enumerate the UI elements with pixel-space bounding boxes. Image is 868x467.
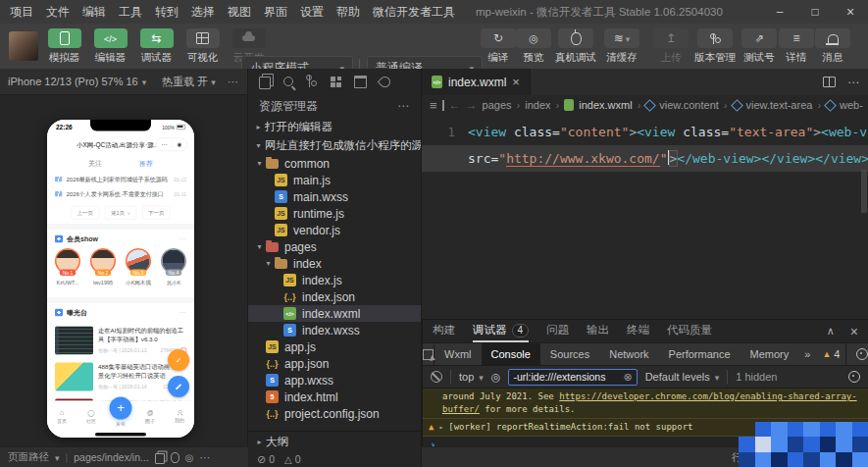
tree-folder-index[interactable]: index	[248, 255, 421, 272]
menu-devtools[interactable]: 微信开发者工具	[373, 4, 455, 21]
tree-file-app-wxss[interactable]: app.wxss	[248, 372, 421, 389]
plugin-icon[interactable]	[378, 74, 393, 89]
crumb-file[interactable]: index.wxml	[579, 99, 632, 111]
version-control-button[interactable]: 版本管理	[690, 28, 740, 65]
visualize-button[interactable]: 可视化	[179, 28, 226, 65]
tabbar-circle[interactable]: 圈子	[135, 401, 165, 432]
tab-follow[interactable]: 关注	[88, 159, 102, 168]
more-horizontal-icon[interactable]	[199, 451, 211, 463]
preview-button[interactable]: 预览	[516, 28, 551, 65]
git-branch-icon[interactable]	[309, 76, 318, 87]
menu-project[interactable]: 项目	[10, 4, 33, 21]
member-item[interactable]: No.4 兆小K	[156, 248, 191, 297]
article-item[interactable]: 2026最新线上到家带同城链子系统源码 01-12	[47, 172, 194, 186]
publish-float-button[interactable]	[168, 376, 189, 397]
tree-file-index-wxss[interactable]: index.wxss	[248, 322, 421, 338]
capsule-close-icon[interactable]	[172, 138, 186, 151]
clear-cache-button[interactable]: 清缓存	[600, 28, 643, 65]
menu-help[interactable]: 帮助	[336, 4, 360, 21]
warning-counter[interactable]: 4	[816, 343, 845, 365]
problems-status[interactable]: 0 0	[248, 451, 421, 467]
open-editors-section[interactable]: 打开的编辑器	[248, 118, 421, 136]
simulator-more-icon[interactable]	[228, 76, 239, 88]
editor-more-icon[interactable]	[847, 76, 860, 89]
console-settings-icon[interactable]	[848, 371, 860, 383]
hot-reload-toggle[interactable]: 热重载 开	[162, 75, 216, 89]
search-icon[interactable]	[283, 77, 293, 86]
expose-more-icon[interactable]	[179, 309, 187, 317]
devtools-tab-wxml[interactable]: Wxml	[434, 343, 482, 365]
minimize-icon[interactable]	[762, 0, 797, 24]
menu-select[interactable]: 选择	[191, 4, 215, 21]
collapse-panel-icon[interactable]	[827, 325, 835, 337]
user-avatar[interactable]	[9, 31, 38, 61]
page-select[interactable]: 第1页	[105, 206, 136, 220]
tree-folder-common[interactable]: common	[248, 155, 421, 172]
filter-input[interactable]	[513, 371, 619, 383]
menu-tools[interactable]: 工具	[119, 4, 142, 21]
menu-goto[interactable]: 转到	[155, 4, 179, 21]
explorer-more-icon[interactable]	[397, 99, 410, 113]
page-path-value[interactable]: pages/index/in...	[74, 451, 148, 463]
tab-recommend[interactable]: 推荐	[139, 159, 153, 168]
more-tabs-icon[interactable]: »	[798, 343, 816, 365]
capsule-more-icon[interactable]: ⋯	[157, 138, 172, 151]
plus-button[interactable]: +	[110, 396, 132, 419]
editor-button[interactable]: 编辑器	[87, 28, 133, 65]
tree-file-vendor-js[interactable]: vendor.js	[248, 222, 421, 238]
devtools-tab-sources[interactable]: Sources	[540, 343, 599, 365]
copy-icon[interactable]	[155, 453, 165, 464]
prev-page-button[interactable]: 上一页	[72, 206, 100, 220]
menu-file[interactable]: 文件	[46, 4, 70, 21]
tab-code-quality[interactable]: 代码质量	[667, 320, 712, 342]
editor-tab-index-wxml[interactable]: index.wxml	[422, 69, 531, 95]
members-more-icon[interactable]	[179, 235, 187, 243]
details-button[interactable]: 详情	[779, 28, 814, 65]
menu-edit[interactable]: 编辑	[82, 4, 106, 21]
member-item[interactable]: No.1 KzUWT...	[50, 248, 85, 297]
outline-section[interactable]: 大纲	[248, 431, 421, 451]
window-icon[interactable]	[354, 76, 367, 88]
menu-settings[interactable]: 设置	[300, 4, 324, 21]
close-icon[interactable]	[833, 0, 868, 24]
crumb-view-content[interactable]: view.content	[659, 99, 719, 111]
tree-file-main-js[interactable]: main.js	[248, 172, 421, 188]
tab-debugger[interactable]: 调试器 4	[473, 320, 529, 342]
clear-console-icon[interactable]	[431, 371, 442, 383]
project-root-section[interactable]: 网址直接打包成微信小程序的源码	[248, 136, 421, 155]
tree-file-index-json[interactable]: index.json	[248, 288, 421, 305]
device-selector[interactable]: iPhone 12/13 (Pro) 57% 16	[8, 76, 138, 87]
context-select[interactable]: top	[459, 371, 484, 383]
member-item[interactable]: No.3 小K网木偶	[121, 248, 156, 297]
tabbar-community[interactable]: 社区	[77, 401, 106, 432]
tab-terminal[interactable]: 终端	[627, 320, 649, 342]
tab-output[interactable]: 输出	[587, 320, 609, 342]
next-page-button[interactable]: 下一页	[142, 206, 171, 220]
devtools-tab-network[interactable]: Network	[599, 343, 658, 365]
editor-scrollbar[interactable]	[861, 170, 867, 213]
tree-file-project-config[interactable]: project.config.json	[248, 405, 421, 422]
member-item[interactable]: No.2 lwy1995	[85, 248, 121, 297]
menu-interface[interactable]: 界面	[264, 4, 287, 21]
tree-file-main-wxss[interactable]: main.wxss	[248, 188, 421, 205]
tree-file-index-js[interactable]: index.js	[248, 272, 421, 288]
bookmark-icon[interactable]	[442, 100, 444, 111]
crumb-pages[interactable]: pages	[483, 99, 512, 111]
debugger-button[interactable]: 调试器	[133, 28, 179, 65]
gear-icon[interactable]	[856, 348, 868, 360]
tree-file-runtime-js[interactable]: runtime.js	[248, 205, 421, 222]
tabbar-profile[interactable]: 我的	[165, 401, 194, 432]
signin-float-button[interactable]	[168, 349, 189, 371]
outline-list-icon[interactable]	[430, 98, 437, 113]
crumb-view-text-area[interactable]: view.text-area	[746, 99, 813, 111]
eye-icon[interactable]	[491, 371, 501, 384]
expand-icon[interactable]	[438, 421, 443, 434]
eye-icon[interactable]	[185, 451, 194, 463]
tab-build[interactable]: 构建	[433, 320, 455, 342]
devtools-tab-memory[interactable]: Memory	[740, 343, 799, 365]
files-icon[interactable]	[259, 77, 271, 89]
nav-forward-icon[interactable]: →	[466, 98, 478, 112]
tree-file-app-json[interactable]: app.json	[248, 355, 421, 372]
maximize-icon[interactable]	[797, 0, 833, 24]
crumb-web-view[interactable]: web-	[840, 99, 863, 111]
